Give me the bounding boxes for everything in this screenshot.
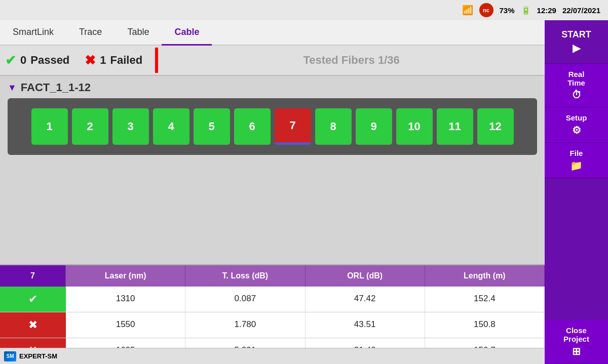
row1-status: ✔ bbox=[0, 287, 66, 312]
row2-tloss: 1.780 bbox=[185, 312, 305, 338]
col-orl: ORL (dB) bbox=[306, 265, 425, 287]
passed-count: 0 bbox=[20, 54, 26, 67]
cable-name: FACT_1_1-12 bbox=[21, 81, 91, 94]
fiber-grid-container: 1 2 3 4 5 6 7 8 9 10 11 12 bbox=[8, 98, 537, 155]
gear-icon: ⚙ bbox=[572, 124, 581, 136]
failed-label: Failed bbox=[110, 54, 143, 67]
tab-table[interactable]: Table bbox=[115, 20, 162, 46]
setup-label: Setup bbox=[566, 113, 587, 122]
row1-tloss: 0.087 bbox=[185, 287, 305, 312]
app-logo: SM EXPERT-SM bbox=[4, 351, 57, 361]
tested-fibers-label: Tested Fibers 1/36 bbox=[163, 54, 540, 67]
row2-status: ✖ bbox=[0, 312, 66, 338]
realtime-label: Real Time bbox=[567, 70, 585, 87]
fiber-12[interactable]: 12 bbox=[477, 108, 514, 145]
row1-orl: 47.42 bbox=[306, 287, 425, 312]
col-length: Length (m) bbox=[425, 265, 545, 287]
row2-laser: 1550 bbox=[66, 312, 185, 338]
play-icon: ▶ bbox=[573, 42, 580, 54]
grid-icon: ⊞ bbox=[572, 345, 581, 357]
fiber-5[interactable]: 5 bbox=[194, 108, 230, 145]
col-tloss: T. Loss (dB) bbox=[185, 265, 305, 287]
setup-button[interactable]: Setup ⚙ bbox=[545, 107, 608, 143]
main-area: SmartLink Trace Table Cable ✔ 0 Passed ✖… bbox=[0, 20, 545, 364]
fiber-11[interactable]: 11 bbox=[437, 108, 473, 145]
close-label: Close Project bbox=[563, 326, 589, 343]
start-button[interactable]: START ▶ bbox=[545, 20, 608, 64]
nav-tabs: SmartLink Trace Table Cable bbox=[0, 20, 545, 46]
table-row: ✖ 1550 1.780 43.51 150.8 bbox=[0, 312, 545, 338]
cable-header: ▼ FACT_1_1-12 bbox=[8, 81, 537, 94]
col-laser: Laser (nm) bbox=[66, 265, 185, 287]
table-row: ✔ 1310 0.087 47.42 152.4 bbox=[0, 287, 545, 312]
folder-icon: 📁 bbox=[570, 159, 583, 172]
date-display: 22/07/2021 bbox=[562, 6, 600, 15]
triangle-down-icon: ▼ bbox=[8, 83, 17, 93]
row1-laser: 1310 bbox=[66, 287, 185, 312]
tab-cable[interactable]: Cable bbox=[162, 20, 212, 46]
time-display: 12:29 bbox=[537, 6, 556, 15]
timer-icon: ⏱ bbox=[572, 89, 582, 101]
fiber-8[interactable]: 8 bbox=[315, 108, 352, 145]
passed-label: Passed bbox=[30, 54, 69, 67]
file-label: File bbox=[570, 149, 583, 157]
passed-summary: ✔ 0 Passed bbox=[5, 53, 77, 68]
bottom-bar: SM EXPERT-SM bbox=[0, 348, 545, 364]
logo-icon: SM bbox=[4, 351, 16, 361]
status-bar: 📶 nc 73% 🔋 12:29 22/07/2021 bbox=[0, 0, 608, 20]
table-header-row: 7 Laser (nm) T. Loss (dB) ORL (dB) Lengt… bbox=[0, 265, 545, 287]
row2-length: 150.8 bbox=[425, 312, 545, 338]
realtime-button[interactable]: Real Time ⏱ bbox=[545, 64, 608, 107]
x-icon: ✖ bbox=[85, 53, 96, 68]
app-name: EXPERT-SM bbox=[19, 352, 57, 360]
file-button[interactable]: File 📁 bbox=[545, 143, 608, 178]
wifi-icon: 📶 bbox=[462, 5, 473, 16]
fiber-7[interactable]: 7 bbox=[275, 108, 311, 145]
fiber-2[interactable]: 2 bbox=[72, 108, 108, 145]
fiber-grid: 1 2 3 4 5 6 7 8 9 10 11 12 bbox=[15, 108, 529, 145]
row1-length: 152.4 bbox=[425, 287, 545, 312]
summary-bar: ✔ 0 Passed ✖ 1 Failed Tested Fibers 1/36 bbox=[0, 46, 545, 76]
start-label: START bbox=[561, 29, 591, 40]
battery-icon: 🔋 bbox=[521, 6, 531, 15]
fiber-3[interactable]: 3 bbox=[112, 108, 149, 145]
tab-trace[interactable]: Trace bbox=[66, 20, 115, 46]
check-icon: ✔ bbox=[5, 53, 16, 68]
row2-orl: 43.51 bbox=[306, 312, 425, 338]
close-project-button[interactable]: Close Project ⊞ bbox=[545, 320, 608, 364]
failed-count: 1 bbox=[100, 54, 106, 67]
sidebar: START ▶ Real Time ⏱ Setup ⚙ File 📁 Close… bbox=[545, 20, 608, 364]
fiber-1[interactable]: 1 bbox=[31, 108, 68, 145]
nc-icon: nc bbox=[479, 3, 493, 17]
cable-section: ▼ FACT_1_1-12 1 2 3 4 5 6 7 8 9 10 11 12 bbox=[0, 76, 545, 264]
failed-summary: ✖ 1 Failed bbox=[77, 53, 150, 68]
fiber-6[interactable]: 6 bbox=[234, 108, 271, 145]
fiber-4[interactable]: 4 bbox=[153, 108, 189, 145]
progress-bar bbox=[155, 48, 158, 73]
battery-percentage: 73% bbox=[500, 6, 515, 15]
fiber-9[interactable]: 9 bbox=[356, 108, 392, 145]
col-fiber: 7 bbox=[0, 265, 66, 287]
tab-smartlink[interactable]: SmartLink bbox=[0, 20, 66, 46]
fiber-10[interactable]: 10 bbox=[396, 108, 433, 145]
